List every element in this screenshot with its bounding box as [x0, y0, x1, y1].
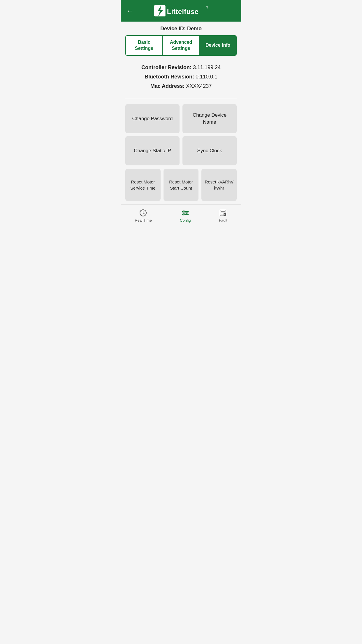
nav-config[interactable]: Config: [174, 208, 197, 224]
svg-point-9: [186, 212, 187, 214]
littelfuse-logo: Littelfuse ®: [154, 5, 208, 17]
nav-fault-label: Fault: [219, 218, 227, 223]
sync-clock-button[interactable]: Sync Clock: [182, 136, 237, 165]
logo-container: Littelfuse ®: [154, 5, 208, 17]
primary-button-grid: Change Password Change Device Name Chang…: [125, 104, 237, 165]
svg-text:Littelfuse: Littelfuse: [167, 8, 198, 15]
back-button[interactable]: ←: [125, 6, 135, 16]
change-static-ip-button[interactable]: Change Static IP: [125, 136, 180, 165]
bluetooth-revision-label: Bluetooth Revision:: [145, 74, 194, 80]
controller-revision-value: 3.11.199.24: [193, 64, 221, 70]
fault-icon: !: [219, 209, 227, 217]
nav-real-time[interactable]: Real Time: [129, 208, 158, 224]
mac-address-label: Mac Address:: [150, 83, 184, 89]
change-password-button[interactable]: Change Password: [125, 104, 180, 133]
svg-point-8: [183, 211, 184, 212]
section-divider: [125, 98, 237, 98]
change-device-name-button[interactable]: Change Device Name: [182, 104, 237, 133]
nav-config-label: Config: [180, 218, 191, 223]
reset-motor-service-time-button[interactable]: Reset Motor Service Time: [125, 169, 161, 201]
svg-text:®: ®: [206, 6, 208, 9]
main-content: Controller Revision: 3.11.199.24 Bluetoo…: [121, 56, 241, 204]
device-info-section: Controller Revision: 3.11.199.24 Bluetoo…: [125, 56, 237, 96]
controller-revision-line: Controller Revision: 3.11.199.24: [128, 63, 234, 72]
config-icon: [181, 209, 189, 217]
svg-text:!: !: [224, 214, 225, 216]
tab-device-info[interactable]: Device Info: [200, 36, 236, 55]
reset-kvarhr-button[interactable]: Reset kVARhr/ kWhr: [201, 169, 237, 201]
nav-fault[interactable]: ! Fault: [213, 208, 233, 224]
reset-motor-start-count-button[interactable]: Reset Motor Start Count: [164, 169, 199, 201]
clock-icon: [139, 209, 147, 217]
mac-address-line: Mac Address: XXXX4237: [128, 81, 234, 91]
bluetooth-revision-line: Bluetooth Revision: 0.110.0.1: [128, 72, 234, 81]
tab-bar: Basic Settings Advanced Settings Device …: [125, 35, 237, 56]
mac-address-value: XXXX4237: [186, 83, 212, 89]
device-id: Device ID: Demo: [121, 22, 241, 35]
bottom-navigation: Real Time Config ! Fault: [121, 204, 241, 228]
controller-revision-label: Controller Revision:: [141, 64, 191, 70]
header: ← Littelfuse ®: [121, 0, 241, 22]
tab-advanced-settings[interactable]: Advanced Settings: [163, 36, 200, 55]
tab-basic-settings[interactable]: Basic Settings: [126, 36, 163, 55]
secondary-button-grid: Reset Motor Service Time Reset Motor Sta…: [125, 169, 237, 201]
bluetooth-revision-value: 0.110.0.1: [196, 74, 217, 80]
svg-point-10: [183, 214, 184, 215]
nav-real-time-label: Real Time: [135, 218, 152, 223]
